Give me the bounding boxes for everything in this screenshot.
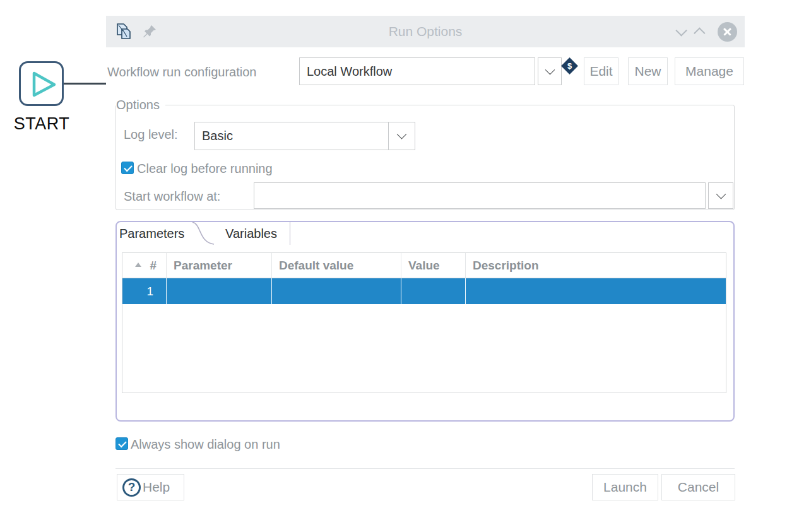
run-configuration-combo[interactable]: Local Workflow (299, 57, 535, 85)
always-show-label: Always show dialog on run (131, 436, 280, 452)
dialog-title: Run Options (106, 16, 745, 47)
cell-num[interactable]: 1 (122, 278, 167, 304)
tab-variables[interactable]: Variables (213, 222, 290, 245)
close-icon[interactable] (718, 22, 737, 42)
start-workflow-at-label: Start workflow at: (124, 188, 220, 204)
always-show-checkbox[interactable] (115, 437, 128, 450)
log-level-dropdown-button[interactable] (388, 122, 415, 150)
clear-log-label: Clear log before running (137, 160, 273, 177)
run-configuration-dropdown-button[interactable] (538, 57, 562, 85)
options-group-legend: Options (116, 98, 165, 112)
tab-parameters[interactable]: Parameters (119, 222, 184, 245)
log-level-combo[interactable]: Basic (194, 122, 389, 150)
help-icon: ? (122, 478, 141, 497)
header-num[interactable]: # (122, 253, 167, 278)
footer-divider (115, 468, 735, 469)
edit-button[interactable]: Edit (584, 57, 618, 85)
chevron-down-icon (545, 64, 555, 74)
variables-dollar-icon[interactable]: $ (561, 57, 578, 74)
table-row-selected[interactable]: 1 (122, 278, 726, 304)
manage-button[interactable]: Manage (675, 57, 744, 85)
cancel-button[interactable]: Cancel (661, 474, 735, 500)
log-level-label: Log level: (124, 126, 178, 143)
workflow-canvas: START Run Options Workflow run configura… (0, 0, 787, 532)
cell-description[interactable] (466, 278, 726, 304)
new-button[interactable]: New (628, 57, 668, 85)
table-header-row[interactable]: # Parameter Default value Value Descript… (122, 253, 726, 278)
chevron-down-icon (397, 129, 407, 139)
header-description[interactable]: Description (466, 253, 726, 278)
header-default-value[interactable]: Default value (272, 253, 401, 278)
cell-parameter[interactable] (167, 278, 272, 304)
start-node-label: START (6, 114, 77, 134)
window-shade-icon[interactable] (675, 25, 687, 36)
start-workflow-at-combo[interactable] (254, 182, 706, 209)
run-configuration-label: Workflow run configuration (107, 64, 256, 80)
cell-value[interactable] (401, 278, 466, 304)
help-button[interactable]: ? Help (117, 474, 184, 500)
window-unshade-icon[interactable] (694, 27, 705, 38)
clear-log-checkbox[interactable] (121, 162, 134, 174)
dialog-titlebar[interactable]: Run Options (106, 16, 745, 47)
chevron-down-icon (716, 189, 726, 199)
tab-curve-divider (191, 222, 215, 245)
start-workflow-at-dropdown-button[interactable] (708, 182, 733, 209)
launch-button[interactable]: Launch (592, 474, 658, 500)
cell-default-value[interactable] (272, 278, 401, 304)
start-node[interactable] (19, 61, 64, 106)
parameters-table[interactable]: # Parameter Default value Value Descript… (122, 252, 726, 393)
header-parameter[interactable]: Parameter (167, 253, 272, 278)
header-value[interactable]: Value (401, 253, 466, 278)
sort-asc-icon (135, 263, 141, 267)
play-icon (21, 64, 62, 104)
node-connector-line (64, 83, 106, 85)
